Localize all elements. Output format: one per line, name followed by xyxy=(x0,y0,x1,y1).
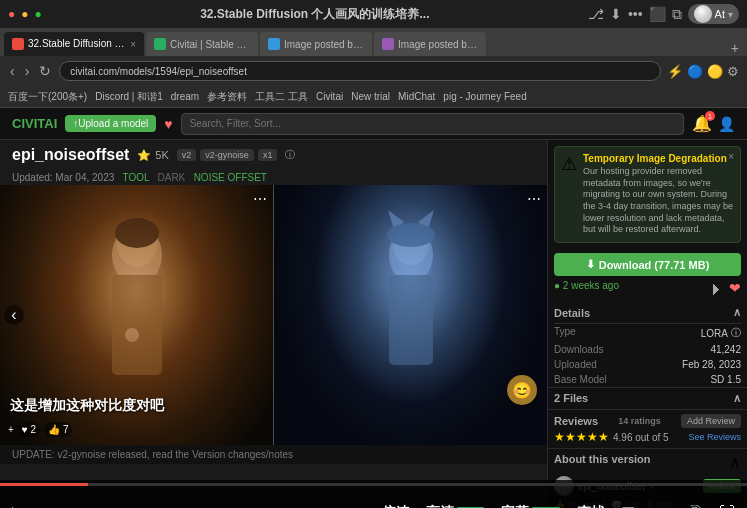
reviews-header: Reviews 14 ratings Add Review xyxy=(554,414,741,428)
dark-label[interactable]: DARK xyxy=(157,172,185,183)
circle-badge[interactable]: 😊 xyxy=(507,375,537,405)
bookmark-7[interactable]: MidChat xyxy=(398,91,435,102)
address-bar: ‹ › ↻ ⚡ 🔵 🟡 ⚙ xyxy=(0,56,747,86)
left-section: epi_noiseoffset ⭐ 5K v2 v2-gynoise x1 ⓘ … xyxy=(0,140,547,508)
cast-icon[interactable]: ⬛ xyxy=(649,6,666,22)
tab-close-0[interactable]: × xyxy=(130,39,136,50)
tab-active[interactable]: 32.Stable Diffusion 个人画风的训练培养... × xyxy=(4,32,144,56)
tab-image2[interactable]: Image posted by falkoyan... xyxy=(374,32,486,56)
skip-next-button[interactable]: ⏭ xyxy=(75,504,91,508)
quality-label[interactable]: 高清 xyxy=(426,504,454,508)
record-btn[interactable]: ⏺ xyxy=(651,504,667,508)
base-model-value: SD 1.5 xyxy=(710,374,741,385)
extension-icon-3[interactable]: 🟡 xyxy=(707,64,723,79)
subtitle-label[interactable]: 字幕 xyxy=(501,504,529,508)
image-prev-btn[interactable]: ‹ xyxy=(4,305,24,325)
tag-x1[interactable]: x1 xyxy=(258,149,278,161)
new-tab-btn[interactable]: + xyxy=(727,40,743,56)
version-collapse-icon[interactable]: ∧ xyxy=(729,453,741,472)
address-input[interactable] xyxy=(59,61,661,81)
tab-civitai[interactable]: Civitai | Stable Diffusion mo... xyxy=(146,32,258,56)
notif-text: Our hosting provider removed metadata fr… xyxy=(583,166,734,236)
update-bar: UPDATE: v2-gynoise released, read the Ve… xyxy=(0,445,547,464)
back-btn[interactable]: ‹ xyxy=(8,61,17,81)
bookmark-4[interactable]: 工具二 工具 xyxy=(255,90,308,104)
image-right-more-btn[interactable]: ⋯ xyxy=(527,191,541,207)
bookmark-2[interactable]: dream xyxy=(171,91,199,102)
bookmark-5[interactable]: Civitai xyxy=(316,91,343,102)
files-label: 2 Files xyxy=(554,392,588,405)
add-review-btn[interactable]: Add Review xyxy=(681,414,741,428)
files-collapse-icon[interactable]: ∧ xyxy=(733,392,741,405)
details-collapse-icon[interactable]: ∧ xyxy=(733,306,741,319)
downloads-label: Downloads xyxy=(554,344,603,355)
version-header-label: About this version xyxy=(554,453,651,472)
forward-btn[interactable]: › xyxy=(23,61,32,81)
fullscreen-btn[interactable]: ⛶ xyxy=(719,504,735,508)
skip-prev-button[interactable]: ⏮ xyxy=(43,504,59,508)
reviews-label: Reviews xyxy=(554,415,598,427)
bookmark-1[interactable]: Discord | 和谐1 xyxy=(95,90,163,104)
tool-label[interactable]: TOOL xyxy=(122,172,149,183)
bookmark-3[interactable]: 参考资料 xyxy=(207,90,247,104)
tab-image1[interactable]: Image posted by incognito... xyxy=(260,32,372,56)
noiseoffset-label[interactable]: NOISE OFFSET xyxy=(194,172,267,183)
share-icon[interactable]: ⎇ xyxy=(588,6,604,22)
type-info-icon[interactable]: ⓘ xyxy=(731,326,741,340)
search-input[interactable] xyxy=(181,113,684,135)
pip-icon[interactable]: ⧉ xyxy=(672,6,682,23)
subtitle-control: 字幕 5WP xyxy=(501,504,561,508)
bookmark-8[interactable]: pig - Journey Feed xyxy=(443,91,526,102)
bookmark-6[interactable]: New trial xyxy=(351,91,390,102)
download-icon[interactable]: ⬇ xyxy=(610,6,622,22)
bookmark-0[interactable]: 百度一下(200条+) xyxy=(8,90,87,104)
heart-react[interactable]: ♥ 2 xyxy=(18,422,40,437)
notification-close-btn[interactable]: × xyxy=(728,151,734,162)
model-tags: v2 v2-gynoise x1 xyxy=(177,149,278,161)
heart-save-btn[interactable]: ❤ xyxy=(729,280,741,298)
svg-point-3 xyxy=(115,218,159,248)
uploaded-value: Feb 28, 2023 xyxy=(682,359,741,370)
settings-icon[interactable]: ⚙ xyxy=(727,64,739,79)
user-avatar xyxy=(694,5,712,23)
refresh-btn[interactable]: ↻ xyxy=(37,61,53,81)
review-stars: ★★★★★ xyxy=(554,430,609,444)
tab-label-2: Image posted by incognito... xyxy=(284,39,364,50)
extension-icon-2[interactable]: 🔵 xyxy=(687,64,703,79)
tag-v2[interactable]: v2 xyxy=(177,149,197,161)
image-right[interactable]: ⋯ 😊 xyxy=(274,185,547,445)
tag-gynoise[interactable]: v2-gynoise xyxy=(200,149,254,161)
search-label[interactable]: 查找 xyxy=(577,504,605,508)
image-left-more-btn[interactable]: ⋯ xyxy=(253,191,267,207)
player-controls: ▶ ⏮ ⏭ 27:41 / 38:26 倍速 高清 5WP 字幕 5WP 查找 … xyxy=(0,486,747,508)
volume-btn[interactable]: 🔊 xyxy=(683,504,703,509)
info-icon[interactable]: ⓘ xyxy=(285,148,295,162)
thumbs-react[interactable]: 👍 7 xyxy=(44,422,72,437)
progress-bar[interactable] xyxy=(0,483,747,486)
updated-text: Updated: Mar 04, 2023 xyxy=(12,172,114,183)
user-menu-site[interactable]: 👤 xyxy=(718,116,735,132)
list-btn[interactable]: ☰ xyxy=(621,504,635,509)
upload-button[interactable]: ↑Upload a model xyxy=(65,115,156,132)
tab-label-0: 32.Stable Diffusion 个人画风的训练培养... xyxy=(28,37,126,51)
favorite-icon[interactable]: ♥ xyxy=(164,116,172,132)
speed-label[interactable]: 倍速 xyxy=(382,504,410,508)
more-icon[interactable]: ••• xyxy=(628,6,643,22)
save-to-collection-btn[interactable]: ⏵ xyxy=(709,280,725,298)
svg-point-10 xyxy=(387,223,435,247)
download-icon: ⬇ xyxy=(586,258,595,271)
svg-rect-6 xyxy=(389,275,433,365)
play-button[interactable]: ▶ xyxy=(12,501,27,508)
download-button[interactable]: ⬇ Download (77.71 MB) xyxy=(554,253,741,276)
notification-btn[interactable]: 🔔 1 xyxy=(692,114,712,133)
details-downloads-row: Downloads 41,242 xyxy=(554,342,741,357)
base-model-label: Base Model xyxy=(554,374,607,385)
user-menu[interactable]: At ▾ xyxy=(688,4,739,24)
online-status: ● 2 weeks ago xyxy=(554,280,619,298)
download-label: Download (77.71 MB) xyxy=(599,259,710,271)
see-reviews-btn[interactable]: See Reviews xyxy=(688,432,741,442)
model-stats: ⭐ 5K xyxy=(137,149,168,162)
version-header-row: About this version ∧ xyxy=(554,453,741,472)
content-wrapper: epi_noiseoffset ⭐ 5K v2 v2-gynoise x1 ⓘ … xyxy=(0,140,747,508)
extension-icon-1[interactable]: ⚡ xyxy=(667,64,683,79)
